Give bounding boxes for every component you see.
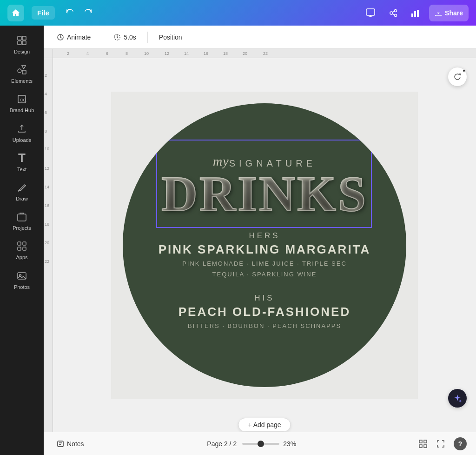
share-button[interactable]: [384, 5, 401, 21]
draw-label: Draw: [16, 196, 28, 202]
ruler-horizontal: 2 4 6 8 10 12 14 16 18 20 22: [53, 49, 476, 58]
drink1-ingredients-line1: PINK LEMONADE · LIME JUICE · TRIPLE SEC: [182, 260, 347, 267]
sidebar-item-draw[interactable]: Draw: [2, 176, 42, 206]
refresh-button[interactable]: ✦: [448, 67, 467, 86]
sidebar-item-uploads[interactable]: Uploads: [2, 118, 42, 147]
undo-redo-nav: [62, 6, 96, 20]
svg-rect-15: [22, 70, 26, 74]
magic-button[interactable]: [448, 389, 467, 408]
canvas-workspace[interactable]: mySIGNATURE DRINKS HERS PINK SPARKLING M…: [53, 58, 476, 432]
svg-line-5: [393, 13, 395, 15]
svg-rect-22: [23, 247, 26, 250]
text-label: Text: [17, 167, 26, 173]
svg-text:4: 4: [86, 51, 89, 56]
design-label: Design: [14, 49, 30, 55]
zoom-slider[interactable]: [242, 443, 279, 445]
drink1-ingredients-line2: TEQUILA · SPARKLING WINE: [212, 271, 317, 278]
svg-rect-19: [18, 242, 21, 245]
animate-button[interactable]: Animate: [51, 31, 96, 44]
svg-rect-12: [22, 41, 26, 45]
present-button[interactable]: [362, 5, 379, 21]
uploads-label: Uploads: [13, 137, 31, 143]
position-label: Position: [159, 33, 182, 41]
svg-text:20: 20: [243, 51, 247, 56]
position-button[interactable]: Position: [153, 31, 188, 44]
his-section: HIS PEACH OLD-FASHIONED BITTERS · BOURBO…: [178, 286, 350, 331]
svg-rect-21: [18, 247, 21, 250]
svg-line-4: [393, 11, 395, 13]
notes-label: Notes: [67, 440, 84, 448]
svg-rect-10: [22, 36, 26, 40]
help-button[interactable]: ?: [454, 437, 467, 450]
svg-text:10: 10: [144, 51, 149, 56]
hers-section: HERS PINK SPARKLING MARGARITA PINK LEMON…: [159, 224, 371, 279]
sidebar-item-projects[interactable]: Projects: [2, 206, 42, 235]
elements-label: Elements: [11, 78, 33, 84]
svg-point-3: [395, 14, 397, 16]
export-button[interactable]: Share: [429, 5, 469, 21]
sidebar-item-apps[interactable]: Apps: [2, 235, 42, 264]
drink1-name: PINK SPARKLING MARGARITA: [159, 242, 371, 257]
uploads-icon: [15, 122, 28, 135]
design-icon: [15, 34, 28, 47]
sidebar-item-design[interactable]: Design: [2, 29, 42, 59]
brand-hub-icon: CO.: [15, 93, 28, 106]
svg-point-13: [18, 69, 21, 73]
stats-button[interactable]: [407, 5, 423, 21]
grid-view-button[interactable]: [416, 436, 430, 451]
drinks-circle: mySIGNATURE DRINKS HERS PINK SPARKLING M…: [123, 103, 406, 387]
svg-rect-53: [419, 440, 422, 443]
svg-rect-8: [417, 10, 419, 17]
sidebar-item-brand-hub[interactable]: CO. Brand Hub: [2, 88, 42, 117]
elements-icon: [15, 63, 28, 76]
drinks-title-container: DRINKS: [161, 165, 368, 223]
canvas-page: mySIGNATURE DRINKS HERS PINK SPARKLING M…: [111, 92, 418, 399]
svg-rect-54: [424, 440, 427, 443]
sidebar-item-elements[interactable]: Elements: [2, 59, 42, 88]
sidebar-item-text[interactable]: T Text: [2, 147, 42, 176]
bottom-center: Page 2 / 2 23%: [207, 440, 296, 448]
drinks-title-text: DRINKS: [161, 166, 368, 221]
zoom-thumb: [258, 441, 264, 447]
redo-button[interactable]: [81, 6, 96, 20]
svg-text:6: 6: [45, 110, 47, 115]
duration-label: 5.0s: [124, 33, 136, 41]
svg-text:20: 20: [45, 241, 49, 245]
notes-button[interactable]: Notes: [53, 438, 88, 449]
canvas-body: 2 4 6 8 10 12 14 16 18 20 22: [44, 58, 476, 432]
ruler-horizontal-row: 2 4 6 8 10 12 14 16 18 20 22: [44, 49, 476, 58]
file-menu-button[interactable]: File: [32, 6, 55, 20]
ruler-corner: [44, 49, 53, 58]
photos-icon: [15, 269, 28, 282]
svg-text:2: 2: [45, 73, 47, 78]
undo-button[interactable]: [62, 6, 77, 20]
svg-text:10: 10: [45, 147, 49, 151]
bottom-left: Notes: [53, 438, 88, 449]
svg-text:4: 4: [45, 92, 47, 96]
view-controls: [416, 436, 448, 451]
svg-text:22: 22: [263, 51, 268, 56]
add-page-button[interactable]: + Add page: [238, 418, 291, 432]
home-button[interactable]: [7, 5, 24, 21]
page-info: Page 2 / 2: [207, 440, 237, 448]
svg-rect-6: [411, 13, 413, 17]
drink1-ingredients: PINK LEMONADE · LIME JUICE · TRIPLE SEC …: [159, 259, 371, 279]
svg-marker-14: [22, 66, 26, 69]
zoom-control[interactable]: 23%: [242, 440, 296, 448]
help-label: ?: [458, 440, 463, 448]
svg-point-1: [390, 12, 393, 14]
svg-rect-7: [414, 11, 416, 17]
content-area: Animate 5.0s Position 2 4 6: [44, 26, 476, 455]
expand-view-button[interactable]: [433, 436, 448, 451]
duration-button[interactable]: 5.0s: [108, 31, 141, 44]
bottom-bar: Notes Page 2 / 2 23%: [44, 432, 476, 455]
hers-label: HERS: [159, 231, 371, 241]
zoom-percent: 23%: [283, 440, 296, 448]
drink2-name: PEACH OLD-FASHIONED: [178, 305, 350, 319]
svg-rect-56: [424, 445, 427, 448]
projects-icon: [15, 210, 28, 223]
sidebar-item-photos[interactable]: Photos: [2, 265, 42, 294]
apps-icon: [15, 240, 28, 253]
svg-rect-55: [419, 445, 422, 448]
svg-text:18: 18: [223, 51, 228, 56]
